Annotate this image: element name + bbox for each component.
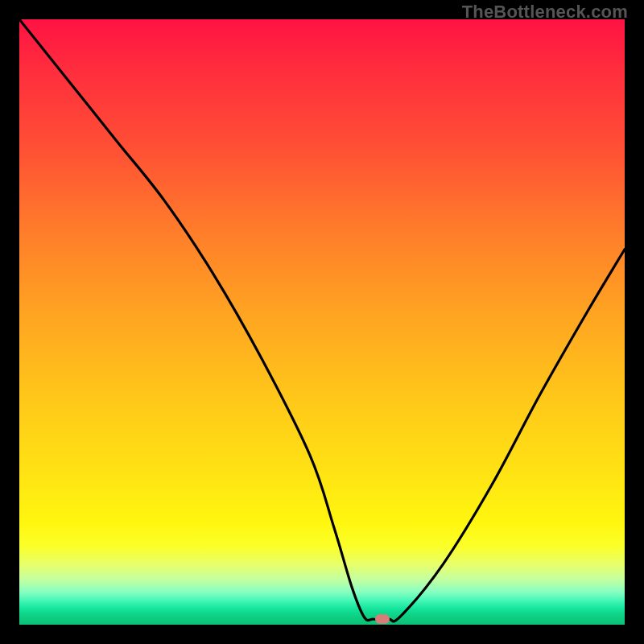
watermark-text: TheBottleneck.com [462, 2, 628, 23]
chart-frame: TheBottleneck.com [0, 0, 644, 644]
optimal-point-marker [375, 614, 390, 624]
curve-layer [19, 19, 625, 625]
bottleneck-curve [19, 19, 625, 621]
plot-area [19, 19, 625, 625]
